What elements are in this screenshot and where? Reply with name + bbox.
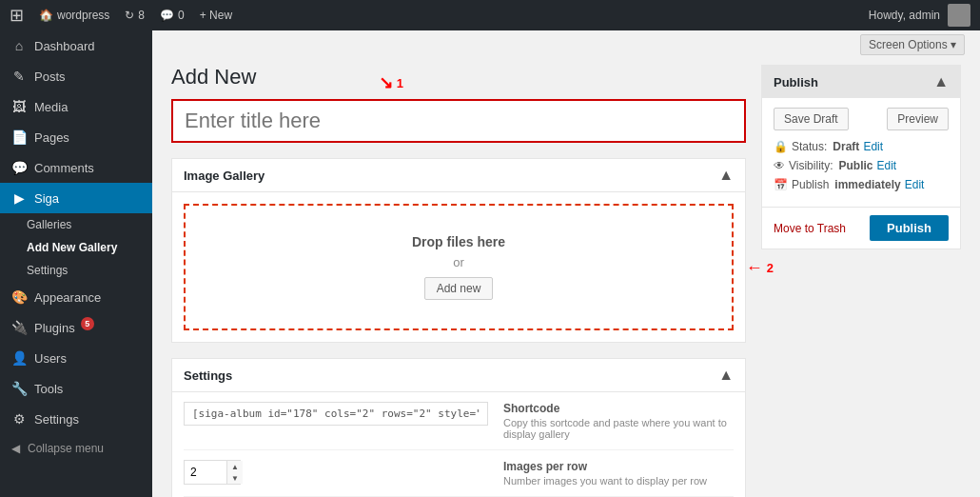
image-gallery-toggle[interactable]: ▲ [718, 167, 734, 184]
sidebar-item-pages[interactable]: 📄 Pages [0, 122, 152, 152]
images-spin-down[interactable]: ▼ [227, 472, 243, 484]
sidebar-item-media[interactable]: 🖼 Media [0, 91, 152, 122]
publish-actions-top: Save Draft Preview [774, 108, 949, 130]
shortcode-label: Shortcode [503, 402, 734, 415]
collapse-icon: ◀ [11, 442, 20, 455]
appearance-icon: 🎨 [11, 289, 27, 305]
publish-header: Publish ▲ [762, 66, 960, 98]
sidebar-item-tools[interactable]: 🔧 Tools [0, 373, 152, 404]
save-draft-button[interactable]: Save Draft [774, 108, 849, 130]
new-content-button[interactable]: + New [200, 9, 232, 22]
settings-row-shortcode: Shortcode Copy this sortcode and paste w… [184, 392, 734, 450]
status-value: Draft [833, 140, 859, 153]
settings-metabox-title: Settings [184, 368, 232, 383]
sidebar-item-siga[interactable]: ▶ Siga [0, 183, 152, 213]
topbar: ⊞ 🏠 wordpress ↻ 8 💬 0 + New Howdy, admin [0, 0, 980, 30]
drop-zone-text: Drop files here [205, 234, 713, 249]
sidebar-item-appearance[interactable]: 🎨 Appearance [0, 282, 152, 312]
page-title: Add New [171, 65, 746, 89]
sidebar-item-dashboard[interactable]: ⌂ Dashboard [0, 30, 152, 61]
drop-zone[interactable]: Drop files here or Add new [184, 204, 734, 330]
avatar [948, 4, 970, 27]
add-new-button[interactable]: Add new [424, 277, 494, 300]
sidebar-item-posts[interactable]: ✎ Posts [0, 61, 152, 91]
title-area: ↘ 1 [171, 99, 746, 143]
settings-toggle[interactable]: ▲ [718, 367, 734, 384]
settings-metabox-body: Shortcode Copy this sortcode and paste w… [172, 392, 745, 497]
sidebar-item-users[interactable]: 👤 Users [0, 343, 152, 373]
comments-menu-icon: 💬 [11, 160, 27, 175]
main-content: Screen Options ▾ Add New ↘ 1 [152, 30, 980, 497]
images-per-row-spinner: ▲ ▼ [184, 460, 241, 485]
settings-row-images-per-row: ▲ ▼ Images per row Number images you wan… [184, 450, 734, 497]
pages-icon: 📄 [11, 129, 27, 145]
publish-visibility-row: 👁 Visibility: Public Edit [774, 159, 949, 172]
image-gallery-body: Drop files here or Add new ← 2 [172, 192, 745, 342]
topbar-right: Howdy, admin [869, 4, 970, 27]
status-icon: 🔒 [774, 140, 788, 153]
dashboard-icon: ⌂ [11, 38, 27, 53]
image-gallery-header: Image Gallery ▲ [172, 159, 745, 192]
images-per-row-label: Images per row [503, 460, 734, 473]
publish-toggle[interactable]: ▲ [933, 73, 949, 90]
posts-icon: ✎ [11, 69, 27, 84]
sidebar-sub-add-new-gallery[interactable]: Add New Gallery [0, 236, 152, 259]
sidebar: ⌂ Dashboard ✎ Posts 🖼 Media 📄 Pages 💬 Co… [0, 30, 152, 497]
publish-time-edit-link[interactable]: Edit [905, 178, 925, 191]
sidebar-sub-settings[interactable]: Settings [0, 259, 152, 282]
sidebar-sub-galleries[interactable]: Galleries [0, 213, 152, 236]
users-icon: 👤 [11, 350, 27, 366]
images-spin-buttons: ▲ ▼ [226, 461, 243, 484]
media-icon: 🖼 [11, 99, 27, 114]
move-to-trash-link[interactable]: Move to Trash [774, 222, 846, 235]
calendar-icon: 📅 [774, 178, 788, 191]
sidebar-item-settings[interactable]: ⚙ Settings [0, 404, 152, 434]
settings-metabox: Settings ▲ Shortcode Copy this sortcode … [171, 358, 746, 497]
shortcode-desc: Copy this sortcode and paste where you w… [503, 417, 734, 440]
status-edit-link[interactable]: Edit [863, 140, 883, 153]
content-right: Publish ▲ Save Draft Preview 🔒 Status: D… [761, 65, 961, 497]
preview-button[interactable]: Preview [887, 108, 949, 130]
publish-time-value: immediately [834, 178, 900, 191]
updates-icon: ↻ [125, 9, 134, 22]
comments-button[interactable]: 💬 0 [160, 9, 185, 22]
shortcode-input[interactable] [184, 402, 488, 426]
sidebar-item-comments[interactable]: 💬 Comments [0, 152, 152, 183]
image-gallery-title: Image Gallery [184, 169, 265, 183]
visibility-edit-link[interactable]: Edit [876, 159, 896, 172]
screen-options-button[interactable]: Screen Options ▾ [860, 34, 965, 55]
publish-time-row: 📅 Publish immediately Edit [774, 178, 949, 191]
siga-icon: ▶ [11, 190, 27, 206]
visibility-value: Public [838, 159, 872, 172]
visibility-icon: 👁 [774, 159, 785, 172]
content-area: Add New ↘ 1 Image Gallery ▲ [152, 55, 980, 497]
tools-icon: 🔧 [11, 381, 27, 396]
publish-button[interactable]: Publish [870, 215, 949, 241]
settings-icon: ⚙ [11, 411, 27, 427]
publish-box: Publish ▲ Save Draft Preview 🔒 Status: D… [761, 65, 961, 249]
site-name[interactable]: 🏠 wordpress [39, 9, 109, 22]
images-spin-up[interactable]: ▲ [227, 461, 243, 472]
images-per-row-input[interactable] [185, 461, 226, 484]
plugins-icon: 🔌 [11, 320, 27, 335]
publish-box-title: Publish [774, 75, 818, 89]
publish-status-row: 🔒 Status: Draft Edit [774, 140, 949, 153]
collapse-menu-button[interactable]: ◀ Collapse menu [0, 434, 152, 463]
sidebar-item-plugins[interactable]: 🔌 Plugins 5 [0, 312, 152, 343]
shortcode-input-col [184, 402, 488, 426]
annotation-2: ← 2 [746, 257, 774, 277]
comments-icon: 💬 [160, 9, 174, 22]
howdy-text: Howdy, admin [869, 9, 940, 22]
annotation-1: ↘ 1 [379, 72, 403, 93]
drop-zone-or: or [205, 255, 713, 269]
home-icon: 🏠 [39, 9, 53, 22]
image-gallery-metabox: Image Gallery ▲ Drop files here or Add n… [171, 158, 746, 343]
images-per-row-desc: Number images you want to display per ro… [503, 475, 734, 487]
publish-body: Save Draft Preview 🔒 Status: Draft Edit … [762, 98, 960, 207]
publish-footer: Move to Trash Publish [762, 207, 960, 248]
wp-logo-icon[interactable]: ⊞ [10, 5, 24, 26]
content-left: Add New ↘ 1 Image Gallery ▲ [171, 65, 746, 497]
post-title-input[interactable] [171, 99, 746, 143]
updates-button[interactable]: ↻ 8 [125, 9, 145, 22]
images-per-row-desc-col: Images per row Number images you want to… [503, 460, 734, 487]
